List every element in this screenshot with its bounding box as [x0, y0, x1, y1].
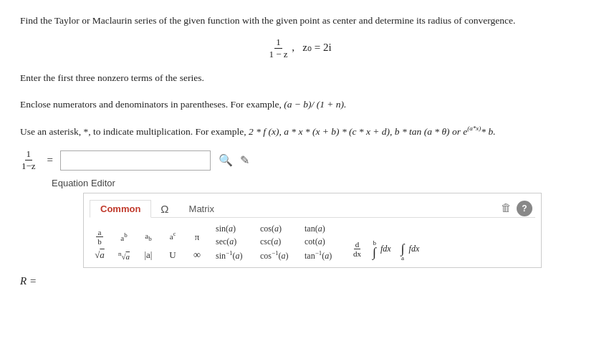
tab-omega[interactable]: Ω [151, 199, 178, 218]
help-icon[interactable]: ? [517, 201, 532, 216]
answer-row: 1 1−z = 🔍 ✎ [20, 148, 579, 172]
subsup-symbol[interactable]: ac [163, 230, 183, 244]
toolbar-icons: 🗑 ? [498, 201, 535, 216]
r-label: R = [20, 275, 37, 287]
union-symbol[interactable]: U [163, 249, 183, 262]
search-icon[interactable]: 🔍 [218, 153, 234, 168]
tab-matrix[interactable]: Matrix [178, 200, 225, 217]
edit-icon[interactable]: ✎ [236, 153, 252, 168]
sym-row-1: a b ab ab ac π [90, 227, 207, 246]
answer-input[interactable] [60, 150, 211, 171]
equation-editor-container: Equation Editor Common Ω Matrix 🗑 ? a b [52, 178, 579, 268]
arcsin-btn[interactable]: sin−1(a) [216, 249, 254, 262]
power-symbol[interactable]: ab [114, 231, 134, 243]
calculus-group: d dx b ∫ fdx ∫ a [352, 236, 419, 262]
tab-common[interactable]: Common [90, 200, 151, 218]
example2: 2 * f (x), a * x * (x + b) * (c * x + d)… [249, 125, 467, 136]
infinity-symbol[interactable]: ∞ [187, 249, 207, 262]
indefinite-int-label[interactable]: fdx [409, 244, 420, 254]
indefinite-integral-symbol[interactable]: ∫ a [401, 236, 405, 262]
example2b-sup: (a*x) [467, 125, 481, 136]
r-row: R = [20, 275, 579, 287]
int-bot-label: a [401, 254, 404, 262]
equation-editor: Common Ω Matrix 🗑 ? a b ab ab ac [83, 193, 542, 268]
basic-symbols-group: a b ab ab ac π √a n√a |a| U ∞ [90, 227, 207, 262]
trig-group: sin(a) cos(a) tan(a) sec(a) csc(a) cot(a… [216, 224, 343, 262]
center-formula: 1 1 − z , z₀ = 2i [20, 37, 579, 60]
problem-line3: Enclose numerators and denominators in p… [20, 97, 579, 113]
z0-value: z₀ = 2i [302, 42, 331, 53]
cot-btn[interactable]: cot(a) [305, 236, 343, 247]
answer-fraction-label: 1 1−z [20, 148, 37, 172]
nthroot-symbol[interactable]: n√a [114, 249, 134, 262]
abs-symbol[interactable]: |a| [138, 249, 158, 262]
arccos-btn[interactable]: cos−1(a) [260, 249, 299, 262]
example1: (a − b)/ (1 + n). [284, 99, 346, 110]
problem-line1: Find the Taylor or Maclaurin series of t… [20, 13, 579, 29]
definite-integral-symbol[interactable]: b ∫ [373, 239, 376, 258]
arctan-btn[interactable]: tan−1(a) [305, 249, 343, 262]
trig-row-1: sin(a) cos(a) tan(a) [216, 224, 343, 234]
sin-btn[interactable]: sin(a) [216, 224, 254, 234]
sqrt-symbol[interactable]: √a [90, 249, 110, 262]
trig-row-2: sec(a) csc(a) cot(a) [216, 236, 343, 247]
sec-btn[interactable]: sec(a) [216, 236, 254, 247]
editor-title: Equation Editor [52, 178, 579, 188]
trash-icon[interactable]: 🗑 [498, 201, 514, 216]
cos-btn[interactable]: cos(a) [260, 224, 299, 234]
csc-btn[interactable]: csc(a) [260, 236, 299, 247]
pi-symbol[interactable]: π [187, 231, 207, 244]
derivative-symbol[interactable]: d dx [352, 240, 363, 258]
function-fraction: 1 1 − z [267, 37, 289, 60]
editor-tabs: Common Ω Matrix 🗑 ? [90, 199, 535, 218]
subscript-symbol[interactable]: ab [138, 231, 158, 243]
comma: , [292, 42, 300, 53]
sym-row-2: √a n√a |a| U ∞ [90, 249, 207, 262]
example2c: * b. [481, 125, 495, 136]
answer-icons: 🔍 ✎ [218, 153, 252, 168]
tan-btn[interactable]: tan(a) [305, 224, 343, 234]
calc-row-1: d dx b ∫ fdx ∫ a [352, 236, 419, 262]
trig-row-3: sin−1(a) cos−1(a) tan−1(a) [216, 249, 343, 262]
problem-line4: Use an asterisk, *, to indicate multipli… [20, 123, 579, 140]
equals-sign: = [47, 154, 53, 166]
problem-line2: Enter the first three nonzero terms of t… [20, 70, 579, 87]
definite-int-label[interactable]: fdx [380, 244, 391, 254]
fraction-symbol[interactable]: a b [90, 227, 110, 246]
symbols-area: a b ab ab ac π √a n√a |a| U ∞ [90, 224, 535, 262]
